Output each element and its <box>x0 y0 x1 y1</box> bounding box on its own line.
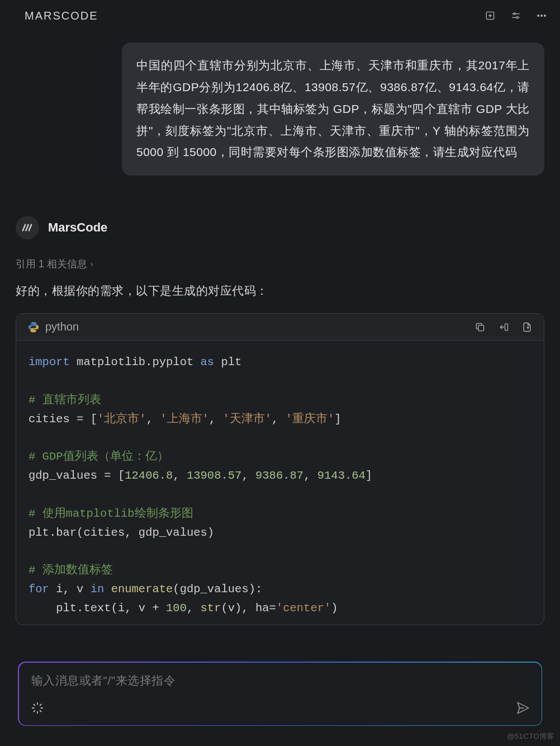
code-language-label: python <box>27 320 79 333</box>
chat-input-placeholder: 输入消息或者"/"来选择指令 <box>31 673 530 688</box>
code-actions <box>474 322 533 333</box>
code-block: python import matplotlib.pyplot as plt #… <box>16 313 544 625</box>
chevron-right-icon: › <box>91 259 93 268</box>
insert-code-icon[interactable] <box>498 322 509 333</box>
svg-line-20 <box>34 710 35 711</box>
assistant-message: MarsCode 引用 1 相关信息 › 好的，根据你的需求，以下是生成的对应代… <box>16 216 544 625</box>
python-icon <box>27 321 40 333</box>
reference-link[interactable]: 引用 1 相关信息 › <box>16 257 93 271</box>
assistant-header: MarsCode <box>16 216 544 239</box>
svg-rect-10 <box>478 325 484 330</box>
new-file-icon[interactable] <box>521 322 533 333</box>
svg-point-6 <box>516 17 518 18</box>
app-header: MARSCODE <box>0 0 560 31</box>
svg-line-21 <box>40 704 41 705</box>
svg-line-16 <box>34 704 35 705</box>
more-menu-icon[interactable] <box>535 10 548 22</box>
new-chat-icon[interactable] <box>484 10 496 22</box>
chat-input[interactable]: 输入消息或者"/"来选择指令 <box>19 663 542 725</box>
chat-input-container: 输入消息或者"/"来选择指令 <box>18 662 542 726</box>
svg-line-17 <box>40 710 41 711</box>
chat-input-footer <box>31 701 530 715</box>
send-button[interactable] <box>516 701 530 715</box>
copy-code-icon[interactable] <box>474 322 486 333</box>
loading-spinner-icon <box>31 702 44 714</box>
assistant-name: MarsCode <box>48 220 107 235</box>
app-title: MARSCODE <box>25 10 98 22</box>
user-message-bubble: 中国的四个直辖市分别为北京市、上海市、天津市和重庆市，其2017年上半年的GDP… <box>122 43 544 176</box>
svg-point-4 <box>514 13 515 15</box>
code-body[interactable]: import matplotlib.pyplot as plt # 直辖市列表 … <box>16 341 544 624</box>
svg-point-8 <box>541 15 543 17</box>
chat-area: 中国的四个直辖市分别为北京市、上海市、天津市和重庆市，其2017年上半年的GDP… <box>0 31 560 625</box>
svg-rect-11 <box>505 324 508 330</box>
settings-sliders-icon[interactable] <box>510 10 522 22</box>
code-header: python <box>16 314 544 341</box>
assistant-avatar-icon <box>16 216 39 239</box>
watermark: @51CTO博客 <box>507 731 554 742</box>
reference-text: 引用 1 相关信息 <box>16 257 87 271</box>
svg-point-9 <box>544 15 546 17</box>
assistant-intro-text: 好的，根据你的需求，以下是生成的对应代码： <box>16 283 544 299</box>
header-actions <box>484 10 548 22</box>
svg-point-7 <box>538 15 539 17</box>
